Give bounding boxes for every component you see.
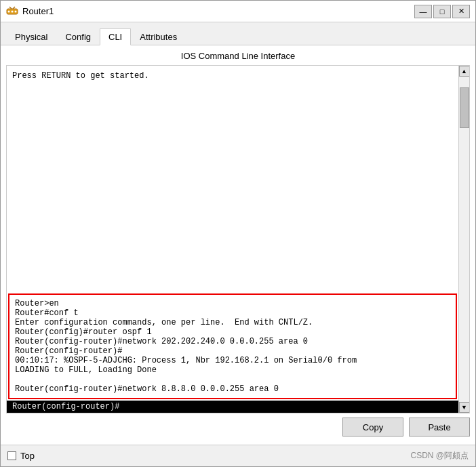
minimize-button[interactable]: — (414, 5, 432, 18)
terminal-wrapper: Press RETURN to get started. Router>en R… (6, 65, 470, 413)
close-button[interactable]: ✕ (452, 5, 470, 18)
copy-button[interactable]: Copy (342, 418, 403, 436)
tab-bar: Physical Config CLI Attributes (1, 22, 475, 45)
svg-point-2 (12, 10, 14, 12)
router-icon (6, 5, 18, 18)
scroll-up-arrow[interactable]: ▲ (459, 66, 470, 77)
tab-attributes[interactable]: Attributes (131, 28, 186, 45)
tab-cli[interactable]: CLI (100, 28, 131, 45)
terminal-scrollbar[interactable]: ▲ ▼ (458, 66, 469, 413)
top-label: Top (20, 451, 35, 461)
svg-point-3 (15, 10, 17, 12)
content-area: IOS Command Line Interface Press RETURN … (1, 45, 475, 445)
terminal-top-output: Press RETURN to get started. (7, 66, 458, 292)
maximize-button[interactable]: □ (433, 5, 451, 18)
watermark: CSDN @阿颇点 (410, 450, 469, 462)
router1-window: Router1 — □ ✕ Physical Config CLI Attrib… (0, 0, 476, 467)
svg-point-1 (8, 10, 10, 12)
footer: Top CSDN @阿颇点 (1, 445, 475, 466)
footer-left: Top (7, 451, 35, 461)
title-bar: Router1 — □ ✕ (1, 1, 475, 22)
tab-physical[interactable]: Physical (6, 28, 56, 45)
tab-config[interactable]: Config (56, 28, 100, 45)
action-buttons: Copy Paste (6, 413, 470, 439)
paste-button[interactable]: Paste (409, 418, 470, 436)
window-title: Router1 (22, 6, 414, 16)
scroll-down-arrow[interactable]: ▼ (459, 402, 470, 413)
window-controls: — □ ✕ (414, 5, 470, 18)
top-checkbox[interactable] (7, 451, 16, 460)
terminal-scroll[interactable]: Press RETURN to get started. Router>en R… (7, 66, 458, 413)
terminal-prompt[interactable]: Router(config-router)# (7, 401, 458, 413)
cli-section-title: IOS Command Line Interface (6, 51, 470, 61)
scroll-thumb[interactable] (460, 87, 469, 128)
terminal-bottom-output: Router>en Router#conf t Enter configurat… (8, 293, 457, 399)
